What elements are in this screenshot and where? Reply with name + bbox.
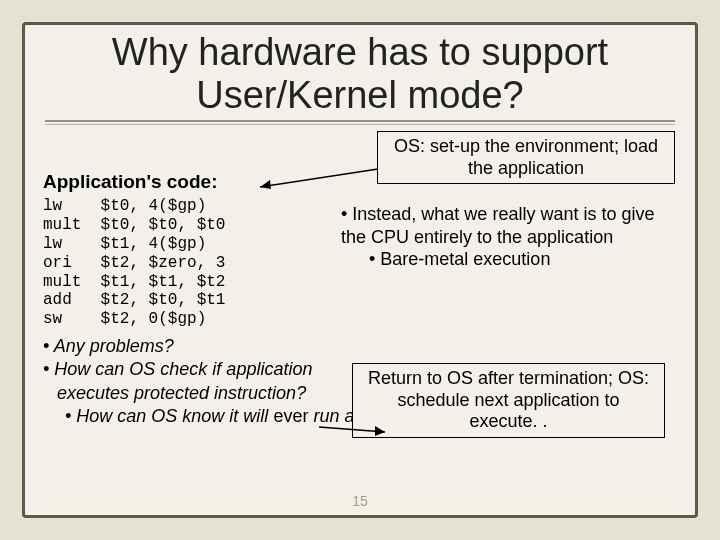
right-bullet-2: • Bare-metal execution — [369, 248, 681, 271]
low3-ever: ever — [273, 406, 308, 426]
slide-title: Why hardware has to support User/Kernel … — [45, 31, 675, 116]
arrow-top-icon — [260, 165, 390, 195]
page-number: 15 — [25, 493, 695, 509]
right-bullets: • Instead, what we really want is to giv… — [341, 203, 681, 271]
divider-1 — [45, 120, 675, 122]
upper-region: Application's code: OS: set-up the envir… — [25, 125, 695, 335]
return-os-box: Return to OS after termination; OS: sche… — [352, 363, 665, 438]
svg-marker-3 — [375, 426, 385, 436]
right-bullet-1: • Instead, what we really want is to giv… — [341, 203, 681, 248]
slide-frame: Why hardware has to support User/Kernel … — [22, 22, 698, 518]
low-bullet-1: • Any problems? — [43, 335, 675, 358]
low3-pre: • How can OS know it will — [65, 406, 273, 426]
app-code-label: Application's code: — [43, 171, 217, 193]
os-setup-box: OS: set-up the environment; load the app… — [377, 131, 675, 184]
assembly-code: lw $t0, 4($gp) mult $t0, $t0, $t0 lw $t1… — [43, 197, 225, 329]
svg-marker-1 — [260, 180, 271, 189]
arrow-bottom-icon — [313, 422, 393, 452]
svg-line-0 — [260, 169, 378, 187]
